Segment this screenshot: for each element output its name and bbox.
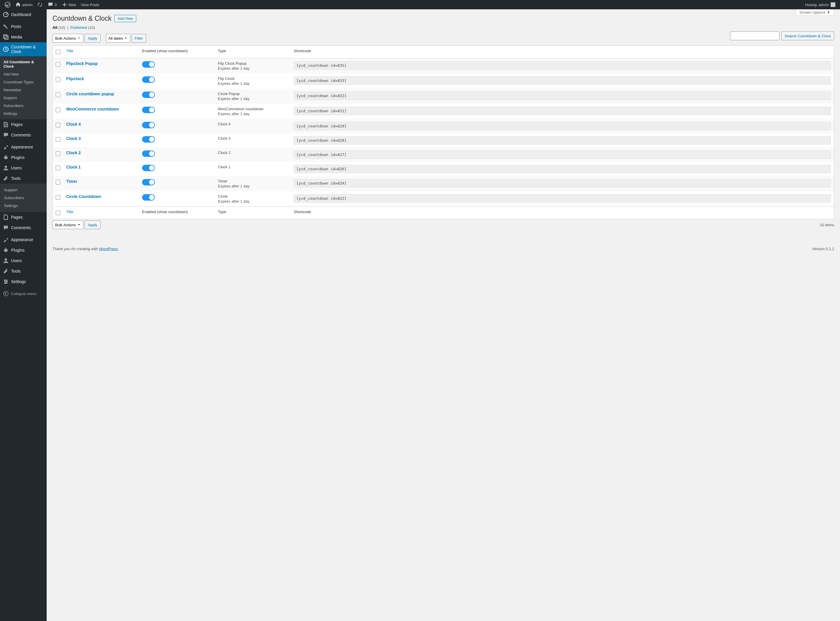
column-title-footer[interactable]: Title [66, 210, 73, 214]
menu-settings[interactable]: Settings [0, 276, 47, 287]
shortcode-field[interactable] [294, 107, 831, 115]
row-title-link[interactable]: Clock 4 [66, 122, 81, 127]
row-type-line2: Expires after 1 day [218, 199, 288, 203]
menu-dashboard[interactable]: Dashboard [0, 9, 47, 20]
screen-options-tab[interactable]: Screen Options ▼ [796, 9, 834, 16]
filter-button[interactable]: Filter [132, 34, 146, 42]
select-all-checkbox-top[interactable] [56, 50, 61, 54]
column-shortcode-footer: Shortcode [291, 207, 834, 219]
row-type-line2: Expires after 1 day [218, 112, 288, 116]
comments-link[interactable]: 0 [45, 0, 59, 9]
enabled-toggle[interactable] [142, 122, 155, 128]
menu-posts[interactable]: Posts [0, 21, 47, 32]
shortcode-field[interactable] [294, 150, 831, 159]
shortcode-field[interactable] [294, 122, 831, 130]
row-title-link[interactable]: Timer [66, 179, 77, 184]
menu-comments-2[interactable]: Comments [0, 223, 47, 233]
shortcode-field[interactable] [294, 136, 831, 145]
menu-users-2[interactable]: Users [0, 255, 47, 266]
wp-logo[interactable] [2, 0, 13, 9]
row-checkbox[interactable] [56, 77, 61, 82]
shortcode-field[interactable] [294, 194, 831, 203]
site-link[interactable]: admin [13, 0, 35, 9]
svg-point-4 [5, 166, 7, 168]
search-button[interactable]: Search Countdown & Clock [781, 32, 834, 40]
bulk-actions-select-bottom[interactable]: Bulk Actions [53, 220, 83, 229]
row-title-link[interactable]: Circle Countdown [66, 194, 101, 199]
enabled-toggle[interactable] [142, 76, 155, 83]
shortcode-field[interactable] [294, 76, 831, 85]
wordpress-link[interactable]: WordPress [99, 247, 118, 251]
shortcode-field[interactable] [294, 92, 831, 100]
row-checkbox[interactable] [56, 62, 61, 67]
menu-plugins-2[interactable]: Plugins [0, 245, 47, 255]
row-checkbox[interactable] [56, 180, 61, 185]
menu-appearance[interactable]: Appearance [0, 142, 47, 152]
enabled-toggle[interactable] [142, 165, 155, 171]
search-box: Search Countdown & Clock [730, 32, 834, 40]
search-input[interactable] [730, 32, 779, 40]
menu-comments[interactable]: Comments [0, 130, 47, 140]
row-checkbox[interactable] [56, 195, 61, 200]
filter-all-link[interactable]: All [53, 25, 58, 30]
collapse-menu-button[interactable]: Collapse menu [0, 288, 47, 299]
enabled-toggle[interactable] [142, 61, 155, 68]
shortcode-field[interactable] [294, 61, 831, 70]
enabled-toggle[interactable] [142, 150, 155, 157]
column-title-header[interactable]: Title [66, 49, 73, 53]
updates-link[interactable] [35, 0, 45, 9]
menu-users[interactable]: Users [0, 163, 47, 173]
enabled-toggle[interactable] [142, 107, 155, 113]
row-checkbox[interactable] [56, 123, 61, 127]
enabled-toggle[interactable] [142, 194, 155, 201]
row-checkbox[interactable] [56, 166, 61, 170]
bulk-actions-select-top[interactable]: Bulk Actions [53, 34, 83, 42]
shortcode-field[interactable] [294, 165, 831, 173]
account-link[interactable]: Howdy, admin [803, 0, 838, 9]
enabled-toggle[interactable] [142, 179, 155, 185]
row-title-link[interactable]: Clock 1 [66, 165, 81, 170]
menu-countdown-clock[interactable]: Countdown & Clock [0, 42, 47, 56]
row-checkbox[interactable] [56, 108, 61, 112]
enabled-toggle[interactable] [142, 92, 155, 98]
apply-button-bottom[interactable]: Apply [85, 220, 101, 229]
flyout-settings[interactable]: Settings [0, 202, 47, 210]
enabled-toggle[interactable] [142, 136, 155, 142]
row-checkbox[interactable] [56, 137, 61, 142]
countdown-submenu: All Countdown & Clock Add New Countdown … [0, 56, 47, 119]
menu-pages-2[interactable]: Pages [0, 212, 47, 223]
row-title-link[interactable]: Clock 2 [66, 150, 81, 155]
submenu-countdown-types[interactable]: Countdown Types [0, 78, 47, 86]
howdy-text: Howdy, admin [805, 3, 829, 7]
select-all-checkbox-bottom[interactable] [56, 211, 61, 215]
row-title-link[interactable]: WooCommerce countdown [66, 107, 119, 111]
menu-tools-2[interactable]: Tools [0, 266, 47, 276]
flyout-subscribers[interactable]: Subscribers [0, 194, 47, 202]
row-title-link[interactable]: Flipclock Popup [66, 61, 98, 66]
submenu-newsletter[interactable]: Newsletter [0, 86, 47, 94]
view-posts-link[interactable]: View Posts [79, 0, 102, 9]
submenu-add-new[interactable]: Add New [0, 70, 47, 78]
row-checkbox[interactable] [56, 92, 61, 97]
submenu-subscribers[interactable]: Subscribers [0, 102, 47, 110]
submenu-all-countdown[interactable]: All Countdown & Clock [0, 58, 47, 70]
submenu-support[interactable]: Support [0, 94, 47, 102]
add-new-button[interactable]: Add New [114, 15, 136, 22]
apply-button-top[interactable]: Apply [85, 34, 101, 42]
dates-select[interactable]: All dates [106, 34, 130, 42]
menu-media[interactable]: Media [0, 32, 47, 42]
menu-pages[interactable]: Pages [0, 119, 47, 130]
menu-tools[interactable]: Tools [0, 173, 47, 184]
shortcode-field[interactable] [294, 179, 831, 188]
row-title-link[interactable]: Flipclock [66, 76, 84, 81]
submenu-settings[interactable]: Settings [0, 110, 47, 118]
table-row: Timer Timer Expires after 1 day [53, 176, 834, 191]
new-link[interactable]: New [59, 0, 79, 9]
menu-plugins[interactable]: Plugins [0, 152, 47, 163]
row-title-link[interactable]: Clock 3 [66, 136, 81, 141]
filter-published-link[interactable]: Published [70, 25, 87, 30]
menu-appearance-2[interactable]: Appearance [0, 235, 47, 245]
row-title-link[interactable]: Circle countdown popup [66, 92, 114, 96]
row-checkbox[interactable] [56, 151, 61, 156]
flyout-support[interactable]: Support [0, 186, 47, 194]
